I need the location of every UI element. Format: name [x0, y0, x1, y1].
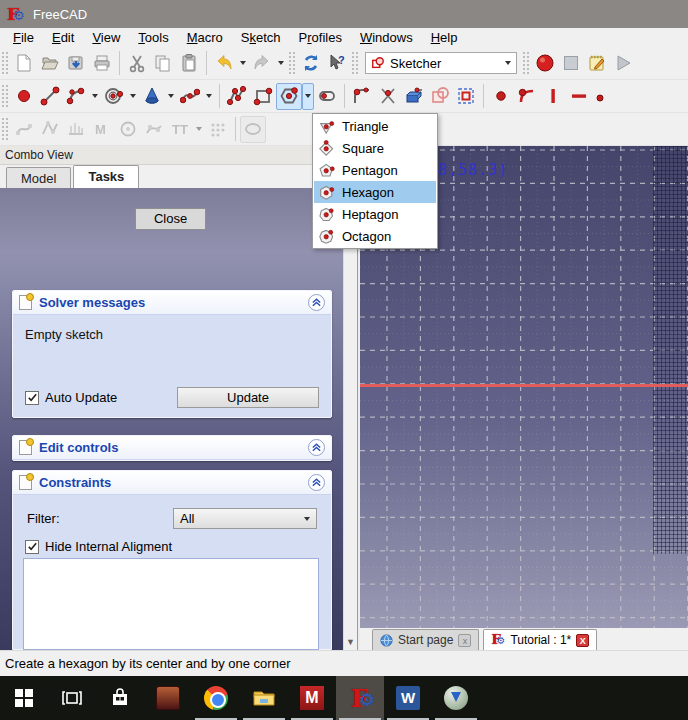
- menu-macro[interactable]: Macro: [178, 29, 232, 46]
- bspline-polygon-button[interactable]: [37, 116, 63, 143]
- close-tab-icon[interactable]: X: [576, 634, 589, 647]
- menu-edit[interactable]: Edit: [43, 29, 83, 46]
- task-view-button[interactable]: [48, 676, 96, 720]
- create-rectangle-button[interactable]: [250, 83, 276, 110]
- undo-button[interactable]: [211, 50, 237, 77]
- whatsthis-button[interactable]: ?: [324, 50, 350, 77]
- downloader-button[interactable]: [432, 676, 480, 720]
- menu-windows[interactable]: Windows: [351, 29, 422, 46]
- macro-record-button[interactable]: [532, 50, 558, 77]
- combo-view-scrollbar[interactable]: ▲ ▼: [343, 188, 356, 650]
- toolbar-grip[interactable]: [2, 118, 8, 140]
- conic-dropdown-button[interactable]: [165, 83, 177, 110]
- constraints-list[interactable]: [23, 558, 319, 650]
- filter-dropdown[interactable]: All: [173, 508, 317, 529]
- constraints-header[interactable]: Constraints: [13, 471, 331, 495]
- start-button[interactable]: [0, 676, 48, 720]
- external-geometry-button[interactable]: [427, 83, 453, 110]
- redo-dropdown-button[interactable]: [275, 50, 287, 77]
- bspline-dropdown-button[interactable]: [193, 116, 205, 143]
- carbon-copy-button[interactable]: [453, 83, 479, 110]
- bspline-dropdown-button[interactable]: [203, 83, 215, 110]
- trim-button[interactable]: [375, 83, 401, 110]
- convert-to-bspline-button[interactable]: [115, 116, 141, 143]
- create-polygon-button[interactable]: [276, 83, 302, 110]
- create-circle-button[interactable]: [101, 83, 127, 110]
- constraint-vertical-button[interactable]: [540, 83, 566, 110]
- circle-dropdown-button[interactable]: [127, 83, 139, 110]
- m-app-button[interactable]: M: [288, 676, 336, 720]
- create-point-button[interactable]: [11, 83, 37, 110]
- extend-button[interactable]: [401, 83, 427, 110]
- copy-button[interactable]: [150, 50, 176, 77]
- freecad-taskbar-button[interactable]: F⚙: [336, 676, 384, 720]
- menu-item-square[interactable]: Square: [314, 137, 436, 159]
- tab-tasks[interactable]: Tasks: [73, 165, 139, 188]
- tab-model[interactable]: Model: [6, 167, 71, 188]
- increase-degree-button[interactable]: [141, 116, 167, 143]
- menu-item-triangle[interactable]: Triangle: [314, 115, 436, 137]
- menu-profiles[interactable]: Profiles: [290, 29, 351, 46]
- menu-item-hexagon[interactable]: Hexagon: [314, 181, 436, 203]
- create-slot-button[interactable]: [314, 83, 340, 110]
- edit-controls-header[interactable]: Edit controls: [13, 436, 331, 460]
- game-app-button[interactable]: [144, 676, 192, 720]
- collapse-button[interactable]: [308, 294, 325, 311]
- create-line-button[interactable]: [37, 83, 63, 110]
- update-button[interactable]: Update: [177, 387, 319, 408]
- collapse-button[interactable]: [308, 439, 325, 456]
- menu-item-pentagon[interactable]: Pentagon: [314, 159, 436, 181]
- create-conic-button[interactable]: [139, 83, 165, 110]
- bspline-multiplicity-button[interactable]: M: [89, 116, 115, 143]
- macro-stop-button[interactable]: [558, 50, 584, 77]
- toolbar-grip[interactable]: [289, 52, 295, 74]
- toolbar-grip[interactable]: [2, 85, 8, 107]
- redo-button[interactable]: [249, 50, 275, 77]
- open-file-button[interactable]: [37, 50, 63, 77]
- new-file-button[interactable]: [11, 50, 37, 77]
- file-explorer-button[interactable]: [240, 676, 288, 720]
- create-polyline-button[interactable]: [224, 83, 250, 110]
- print-button[interactable]: [89, 50, 115, 77]
- solver-messages-header[interactable]: Solver messages: [13, 291, 331, 315]
- constraint-point-on-object-button[interactable]: [514, 83, 540, 110]
- refresh-button[interactable]: [298, 50, 324, 77]
- constraint-coincident-button[interactable]: [488, 83, 514, 110]
- constraint-parallel-button[interactable]: [592, 83, 618, 110]
- menu-item-heptagon[interactable]: Heptagon: [314, 203, 436, 225]
- scroll-down-icon[interactable]: ▼: [344, 635, 357, 650]
- constraint-horizontal-button[interactable]: [566, 83, 592, 110]
- menu-view[interactable]: View: [83, 29, 129, 46]
- arc-dropdown-button[interactable]: [89, 83, 101, 110]
- create-bspline-button[interactable]: [177, 83, 203, 110]
- polygon-dropdown-button[interactable]: [302, 83, 314, 110]
- menu-help[interactable]: Help: [422, 29, 467, 46]
- collapse-button[interactable]: [308, 474, 325, 491]
- knot-multiplicity-button[interactable]: TT: [167, 116, 193, 143]
- store-button[interactable]: [96, 676, 144, 720]
- toolbar-grip[interactable]: [523, 52, 529, 74]
- switch-virtual-space-button[interactable]: [240, 116, 266, 143]
- tab-tutorial[interactable]: F⚙ Tutorial : 1* X: [483, 629, 597, 650]
- menu-item-octagon[interactable]: Octagon: [314, 225, 436, 247]
- bspline-degree-button[interactable]: [11, 116, 37, 143]
- tab-start-page[interactable]: Start page x: [372, 629, 479, 650]
- auto-update-checkbox[interactable]: Auto Update: [25, 390, 117, 405]
- workbench-selector[interactable]: Sketcher: [365, 52, 517, 74]
- undo-dropdown-button[interactable]: [237, 50, 249, 77]
- bspline-comb-button[interactable]: [63, 116, 89, 143]
- macro-edit-button[interactable]: [584, 50, 610, 77]
- menu-tools[interactable]: Tools: [129, 29, 177, 46]
- close-button[interactable]: Close: [135, 208, 206, 230]
- toolbar-grip[interactable]: [2, 52, 8, 74]
- bspline-insert-knot-button[interactable]: [205, 116, 231, 143]
- hide-internal-checkbox[interactable]: Hide Internal Aligment: [25, 539, 317, 554]
- menu-file[interactable]: File: [4, 29, 43, 46]
- fillet-button[interactable]: [349, 83, 375, 110]
- create-arc-button[interactable]: [63, 83, 89, 110]
- cut-button[interactable]: [124, 50, 150, 77]
- word-button[interactable]: W: [384, 676, 432, 720]
- save-button[interactable]: [63, 50, 89, 77]
- toolbar-grip[interactable]: [352, 52, 358, 74]
- paste-button[interactable]: [176, 50, 202, 77]
